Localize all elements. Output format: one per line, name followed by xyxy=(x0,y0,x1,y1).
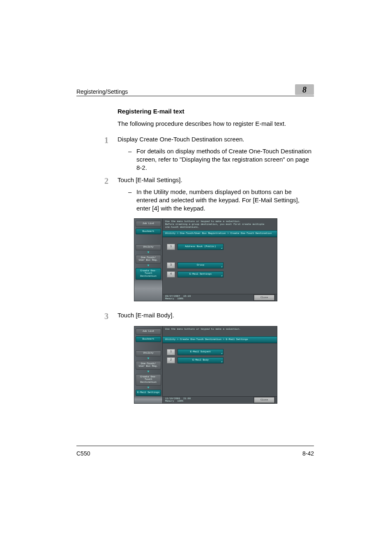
email-body-button[interactable]: E-Mail Body xyxy=(178,357,224,363)
intro-paragraph: The following procedure describes how to… xyxy=(118,120,314,128)
arrow-down-icon: ▼ xyxy=(134,357,162,361)
arrow-down-icon: ▼ xyxy=(134,370,162,374)
touchscreen-screenshot-2: Job List Bookmark Utility ▼ One-Touch/ U… xyxy=(134,326,277,404)
tab-create-one-touch[interactable]: Create One-Touch Destination xyxy=(136,374,161,386)
keypad-number-1[interactable]: 1 xyxy=(167,349,175,355)
tab-bookmark[interactable]: Bookmark xyxy=(136,336,161,342)
keypad-number-4[interactable]: 4 xyxy=(167,271,175,278)
tab-job-list[interactable]: Job List xyxy=(136,221,161,227)
tab-job-list[interactable]: Job List xyxy=(136,328,161,335)
instruction-text: Use the menu buttons or keypad to make a… xyxy=(163,219,277,230)
footer-memory-label: Memory xyxy=(165,400,174,402)
touchscreen-screenshot-1: Job List Bookmark Utility ▼ One-Touch/ U… xyxy=(134,218,277,301)
keypad-number-1[interactable]: 1 xyxy=(167,244,175,250)
subheading: Registering E-mail text xyxy=(118,108,314,115)
footer-memory-value: 100% xyxy=(178,298,183,300)
footer-memory-label: Memory xyxy=(165,298,174,300)
step-number: 3 xyxy=(104,311,118,320)
step-text: Display Create One-Touch Destination scr… xyxy=(118,135,314,143)
step-number: 2 xyxy=(104,176,118,213)
instruction-text: Use the menu buttons or keypad to make a… xyxy=(163,326,277,332)
tab-utility[interactable]: Utility xyxy=(136,350,161,356)
arrow-down-icon: ▼ xyxy=(134,264,162,268)
close-button[interactable]: Close xyxy=(254,397,274,403)
arrow-down-icon: ▼ xyxy=(134,251,162,254)
footer-memory-value: 100% xyxy=(178,400,183,402)
group-button[interactable]: Group xyxy=(178,262,224,268)
footer-model: C550 xyxy=(76,450,90,457)
arrow-down-icon: ▼ xyxy=(134,386,162,390)
tab-utility[interactable]: Utility xyxy=(136,244,161,250)
tab-onetouch-userbox[interactable]: One-Touch/ User Box Reg. xyxy=(136,361,161,370)
step-2: 2 Touch [E-Mail Settings]. – In the Util… xyxy=(104,176,314,213)
step-subtext: For details on display methods of Create… xyxy=(136,147,314,172)
tab-create-one-touch[interactable]: Create One-Touch Destination xyxy=(136,268,161,280)
tab-onetouch-userbox[interactable]: One-Touch/ User Box Reg. xyxy=(136,255,161,264)
step-number: 1 xyxy=(104,135,118,172)
step-1: 1 Display Create One-Touch Destination s… xyxy=(104,135,314,172)
section-title: Registering/Settings xyxy=(76,88,128,95)
keypad-number-3[interactable]: 3 xyxy=(167,262,175,268)
chapter-number-badge: 8 xyxy=(295,84,314,95)
step-3: 3 Touch [E-mail Body]. xyxy=(104,311,314,320)
keypad-number-2[interactable]: 2 xyxy=(167,357,175,363)
email-subject-button[interactable]: E-Mail Subject xyxy=(178,349,224,355)
tab-email-settings[interactable]: E-Mail Settings xyxy=(136,390,161,396)
close-button[interactable]: Close xyxy=(254,295,274,301)
tab-bookmark[interactable]: Bookmark xyxy=(136,229,161,235)
dash-bullet: – xyxy=(128,147,136,172)
step-text: Touch [E-Mail Settings]. xyxy=(118,176,314,184)
step-text: Touch [E-mail Body]. xyxy=(118,311,314,319)
dash-bullet: – xyxy=(128,188,136,213)
footer-page-number: 8-42 xyxy=(302,450,314,457)
email-settings-button[interactable]: E-Mail Settings xyxy=(178,271,224,278)
address-book-button[interactable]: Address Book (Public) xyxy=(178,244,224,250)
step-subtext: In the Utility mode, numbers displayed o… xyxy=(136,188,314,213)
breadcrumb: Utility > Create One-Touch Destination >… xyxy=(163,336,277,343)
breadcrumb: Utility > One-Touch/User Box Registratio… xyxy=(163,230,277,237)
